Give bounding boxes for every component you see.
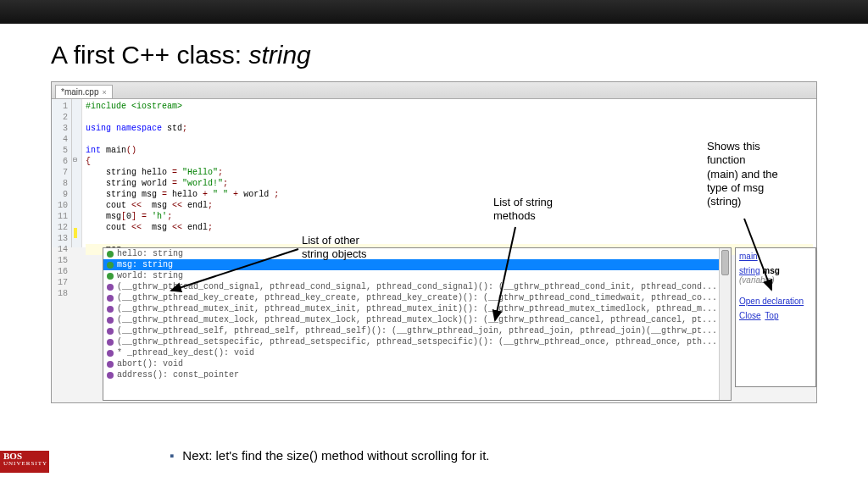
callout-string-methods: List of string methods (493, 196, 553, 224)
scrollbar[interactable] (719, 248, 731, 400)
autocomplete-item[interactable]: abort(): void (103, 358, 731, 369)
autocomplete-item[interactable]: msg: string (103, 259, 731, 270)
editor-tab-main[interactable]: *main.cpp × (55, 85, 113, 98)
callout-type-info: Shows this function (main) and the type … (707, 140, 778, 208)
change-marker (74, 228, 77, 238)
autocomplete-item[interactable]: world: string (103, 270, 731, 281)
fold-column: ⊟ (72, 99, 82, 247)
slide-title: A first C++ class: string (51, 41, 817, 69)
bullet-icon: ▪ (170, 448, 174, 463)
autocomplete-item[interactable]: hello: string (103, 248, 731, 259)
editor-tabbar: *main.cpp × (52, 82, 816, 99)
ide-window: *main.cpp × 123456789101112131415161718 … (51, 81, 817, 403)
close-link[interactable]: Close (739, 311, 761, 320)
tab-label: *main.cpp (61, 87, 98, 97)
autocomplete-item[interactable]: (__gthrw_pthread_mutex_lock, pthread_mut… (103, 314, 731, 325)
university-logo: BOS UNIVERSITY (0, 451, 49, 473)
footer-note: ▪ Next: let's find the size() method wit… (0, 448, 868, 463)
open-declaration-link[interactable]: Open declaration (739, 297, 812, 306)
autocomplete-item[interactable]: (__gthrw_pthread_key_create, pthread_key… (103, 292, 731, 303)
autocomplete-popup[interactable]: hello: stringmsg: stringworld: string(__… (103, 247, 732, 401)
top-link[interactable]: Top (765, 311, 778, 320)
context-link-main[interactable]: main (739, 252, 812, 261)
var-kind-label: (variable) (739, 275, 812, 285)
autocomplete-item[interactable]: * _pthread_key_dest(): void (103, 347, 731, 358)
autocomplete-item[interactable]: address(): const_pointer (103, 369, 731, 380)
autocomplete-item[interactable]: (__gthrw_pthread_setspecific, pthread_se… (103, 336, 731, 347)
code-editor[interactable]: 123456789101112131415161718 ⊟ #include <… (52, 99, 816, 247)
title-class-name: string (248, 41, 310, 69)
line-gutter: 123456789101112131415161718 (52, 99, 72, 247)
autocomplete-item[interactable]: (__gthrw_pthread_cond_signal, pthread_co… (103, 281, 731, 292)
autocomplete-item[interactable]: (__gthrw_pthread_self, pthread_self, pth… (103, 325, 731, 336)
callout-string-objects: List of other string objects (302, 234, 367, 262)
title-prefix: A first C++ class: (51, 41, 248, 69)
type-info-panel: main string msg (variable) Open declarat… (735, 247, 816, 387)
footer-text: Next: let's find the size() method witho… (182, 448, 489, 463)
fold-toggle-icon[interactable]: ⊟ (73, 154, 77, 165)
autocomplete-item[interactable]: (__gthrw_pthread_mutex_init, pthread_mut… (103, 303, 731, 314)
type-link[interactable]: string (739, 266, 760, 275)
close-icon[interactable]: × (102, 88, 106, 97)
scrollbar-thumb[interactable] (721, 250, 729, 275)
window-titlebar (0, 0, 868, 24)
